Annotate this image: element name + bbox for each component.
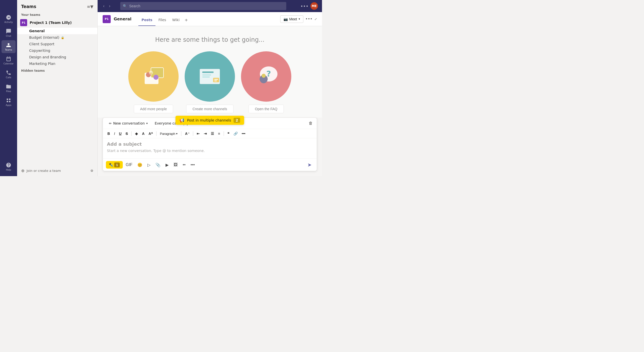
teams-title: Teams	[21, 4, 36, 9]
praise-button[interactable]: ••	[181, 161, 187, 169]
subject-placeholder[interactable]: Add a subject	[107, 141, 313, 147]
sidebar-item-teams[interactable]: Teams	[2, 40, 16, 53]
meet-chevron-icon: ▾	[299, 17, 300, 21]
user-avatar[interactable]: ME	[310, 2, 318, 10]
sidebar-item-help[interactable]: Help	[2, 160, 16, 173]
tab-files[interactable]: Files	[155, 12, 169, 26]
emoji-button[interactable]: 😊	[135, 161, 144, 169]
channel-name-copywriting: Copywriting	[29, 49, 50, 53]
join-create-team[interactable]: ⊕ Join or create a team ⚙	[17, 165, 97, 176]
toolbar-divider-2	[156, 131, 156, 136]
channel-item-copywriting[interactable]: Copywriting	[17, 47, 97, 54]
decrease-indent-button[interactable]: ⇤	[195, 131, 201, 137]
compose-footer: ✒️ 1 GIF 😊 ▷ 📎 ▶ 🖼 •• ••• ➤	[103, 159, 317, 171]
sidebar-item-apps[interactable]: Apps	[2, 96, 16, 108]
main-area: ‹ › 🔍 ••• ME P1 General Posts Files Wiki…	[98, 0, 322, 176]
meet-button[interactable]: 📷 Meet ▾	[280, 15, 303, 23]
channel-item-budget[interactable]: Budget (Internal) 🔒	[17, 34, 97, 41]
body-placeholder[interactable]: Start a new conversation. Type @ to ment…	[107, 149, 313, 153]
send-button[interactable]: ➤	[305, 161, 314, 169]
channel-item-design[interactable]: Design and Branding	[17, 54, 97, 60]
text-color2-button[interactable]: A⁻	[183, 131, 191, 137]
sidebar-item-calls[interactable]: Calls	[2, 68, 16, 81]
topbar: ‹ › 🔍 ••• ME	[98, 0, 322, 12]
team-item-project1[interactable]: P1 Project 1 (Team Lilly) •••	[17, 18, 97, 28]
search-input[interactable]	[129, 4, 284, 8]
svg-rect-11	[214, 79, 218, 80]
sidebar-item-files[interactable]: Files	[2, 82, 16, 95]
sidebar-item-activity[interactable]: Activity	[2, 13, 16, 25]
card-circle-channels	[185, 51, 235, 102]
add-people-button[interactable]: Add more people	[134, 105, 173, 113]
sticker-button[interactable]: ▷	[145, 161, 152, 169]
sidebar-item-chat[interactable]: Chat	[2, 26, 16, 39]
filter-icon[interactable]: ≡▼	[87, 4, 93, 9]
search-bar[interactable]: 🔍	[120, 2, 286, 10]
sidebar-item-calls-label: Calls	[6, 76, 11, 79]
underline-button[interactable]: U	[117, 131, 123, 137]
paragraph-button[interactable]: Paragraph ▾	[158, 131, 179, 137]
svg-rect-9	[202, 76, 210, 77]
new-conversation-button[interactable]: ✏️ New conversation ▾	[107, 120, 150, 126]
header-expand-icon[interactable]: ⤢	[314, 17, 317, 21]
bullet-list-button[interactable]: ☰	[209, 131, 216, 137]
nav-back-button[interactable]: ‹	[102, 3, 106, 9]
link-button[interactable]: 🔗	[232, 131, 239, 137]
tab-wiki[interactable]: Wiki	[169, 12, 182, 26]
font-color-button[interactable]: A	[140, 131, 146, 137]
strikethrough-button[interactable]: S	[124, 131, 129, 137]
svg-text:+: +	[149, 71, 152, 76]
hidden-teams-label[interactable]: Hidden teams	[17, 67, 97, 73]
compose-body[interactable]: Add a subject Start a new conversation. …	[103, 138, 317, 159]
search-icon: 🔍	[123, 4, 127, 8]
format-icon: ✒️	[109, 163, 113, 167]
card-circle-faq: ?	[241, 51, 291, 102]
increase-indent-button[interactable]: ⇥	[202, 131, 208, 137]
font-size-button[interactable]: Aᴬ	[147, 131, 154, 137]
lock-icon: 🔒	[61, 36, 64, 39]
create-channels-button[interactable]: Create more channels	[186, 105, 233, 113]
highlight-button[interactable]: ◈	[134, 131, 139, 137]
toolbar-divider-1	[131, 131, 132, 136]
post-in-channels-popup[interactable]: 📢 Post in multiple channels 2	[175, 116, 244, 125]
svg-rect-10	[213, 78, 219, 82]
italic-button[interactable]: I	[112, 131, 116, 137]
loop-button[interactable]: 📎	[153, 161, 163, 169]
more-footer-button[interactable]: •••	[189, 161, 197, 169]
channel-item-general[interactable]: General	[17, 28, 97, 34]
delete-compose-button[interactable]: 🗑	[309, 121, 313, 126]
toolbar-divider-3	[181, 131, 181, 136]
toolbar-divider-5	[224, 131, 224, 136]
sidebar-item-files-label: Files	[6, 90, 11, 93]
header-more-icon[interactable]: •••	[305, 17, 312, 21]
post-channels-icon: 📢	[179, 118, 184, 123]
channel-item-clientsupport[interactable]: Client Support	[17, 41, 97, 47]
format-button[interactable]: ✒️ 1	[106, 161, 123, 169]
more-toolbar-button[interactable]: •••	[240, 131, 247, 137]
sidebar-item-apps-label: Apps	[6, 104, 11, 106]
nav-arrows: ‹ ›	[102, 3, 112, 9]
open-faq-button[interactable]: Open the FAQ	[249, 105, 284, 113]
video-button[interactable]: ▶	[164, 161, 171, 169]
card-create-channels: Create more channels	[185, 51, 235, 113]
add-tab-button[interactable]: +	[183, 18, 190, 26]
quote-button[interactable]: ❝	[226, 131, 231, 137]
nav-forward-button[interactable]: ›	[107, 3, 112, 9]
edit-icon: ✏️	[109, 122, 112, 125]
trash-icon: 🗑	[309, 121, 313, 125]
teams-sidebar: Teams ≡▼ Your teams P1 Project 1 (Team L…	[17, 0, 98, 176]
svg-point-16	[262, 74, 266, 78]
header-right: 📷 Meet ▾ ••• ⤢	[280, 15, 317, 23]
sidebar-item-teams-label: Teams	[5, 49, 12, 51]
sidebar-item-calendar[interactable]: Calendar	[2, 54, 16, 67]
settings-icon[interactable]: ⚙	[90, 169, 93, 173]
image-button[interactable]: 🖼	[172, 161, 180, 169]
card-add-people: + Add more people	[128, 51, 179, 113]
ellipsis-icon[interactable]: •••	[300, 4, 308, 9]
bold-button[interactable]: B	[106, 131, 111, 137]
channel-item-marketing[interactable]: Marketing Plan	[17, 60, 97, 67]
tab-posts[interactable]: Posts	[138, 12, 155, 26]
numbered-list-button[interactable]: ≡	[217, 131, 222, 137]
rail-bottom: Help	[2, 160, 16, 173]
gif-button[interactable]: GIF	[124, 161, 135, 169]
